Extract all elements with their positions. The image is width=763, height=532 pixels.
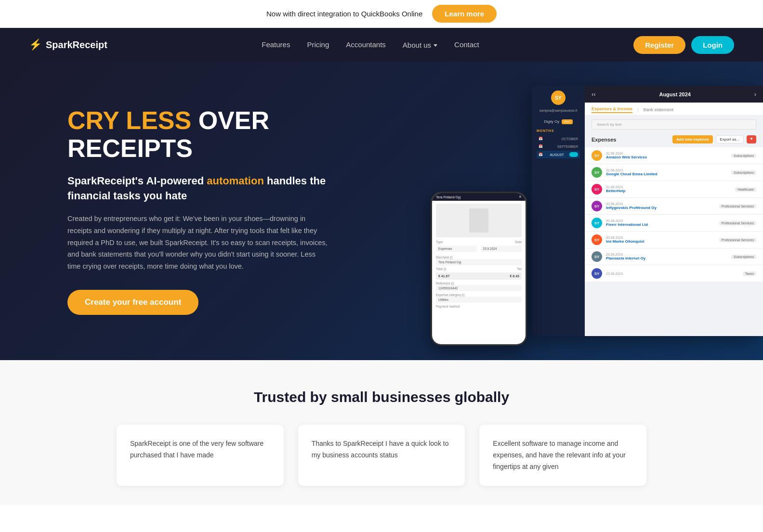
phone-date-value: 25.9.2024 <box>481 246 522 252</box>
expense-avatar-4: SY <box>592 218 602 228</box>
month-august[interactable]: 📅 AUGUST <box>537 151 580 158</box>
register-button[interactable]: Register <box>633 36 685 54</box>
dash-tabs: Expenses & Income | Bank statement <box>585 103 763 116</box>
nav-pricing[interactable]: Pricing <box>307 40 329 49</box>
expenses-header: Expenses Add new expense Export as... ▼ <box>585 133 763 145</box>
hero-subtitle: SparkReceipt's AI-powered automation han… <box>67 174 328 204</box>
phone-type-row: Type Date <box>436 240 522 244</box>
expense-avatar-0: SY <box>592 150 602 161</box>
testimonial-1: Thanks to SparkReceipt I have a quick lo… <box>298 425 465 486</box>
dash-main: ‹‹ August 2024 › Expenses & Income | Ban… <box>585 86 763 336</box>
export-button[interactable]: Export as... <box>716 135 744 143</box>
expense-avatar-1: SY <box>592 167 602 178</box>
expense-info-5: 30.08.2024 Imi Marko Oltonquist <box>606 236 715 244</box>
expenses-actions: Add new expense Export as... ▼ <box>672 135 756 143</box>
phone-merchant-value: Tera Finland Oyj <box>436 259 522 265</box>
expenses-title: Expenses <box>592 137 616 143</box>
expense-row-5: SY 30.08.2024 Imi Marko Oltonquist Profe… <box>585 232 763 248</box>
expense-row-3: SY 30.08.2024 Inflygovskis Profitround O… <box>585 198 763 215</box>
month-title: August 2024 <box>659 91 690 97</box>
user-email: sampsa@sampsavanio.fi <box>537 109 580 112</box>
phone-header: Tera Finland Oyj ✕ <box>432 193 526 201</box>
expense-info-6: 26.08.2024 Planoasta Internet Oy <box>606 253 727 260</box>
hero-mockup: Tera Finland Oyj ✕ Type Date Expenses 25… <box>426 71 763 350</box>
hero-subtitle-plain: SparkReceipt's AI-powered <box>67 175 207 187</box>
expense-info-4: 30.08.2024 Fiverr International Ltd <box>606 219 715 227</box>
expense-info-7: 23.08.2024 <box>606 272 739 275</box>
expense-avatar-2: SY <box>592 184 602 195</box>
hero-title-highlight: CRY LESS <box>67 106 191 134</box>
search-input[interactable]: Search by text <box>592 119 756 130</box>
testimonials: SparkReceipt is one of the very few soft… <box>117 425 646 486</box>
nav-about[interactable]: About us <box>403 41 437 49</box>
expense-row-4: SY 30.08.2024 Fiverr International Ltd P… <box>585 215 763 232</box>
receipt-image <box>436 204 522 237</box>
month-september-label: SEPTEMBER <box>557 145 578 148</box>
phone-category: Utilities <box>436 297 522 303</box>
chevron-down-icon <box>434 44 437 47</box>
expense-row-6: SY 26.08.2024 Planoasta Internet Oy Subs… <box>585 248 763 265</box>
phone-mockup: Tera Finland Oyj ✕ Type Date Expenses 25… <box>431 192 527 346</box>
top-banner: Now with direct integration to QuickBook… <box>0 0 763 28</box>
hero-content: CRY LESS OVER RECEIPTS SparkReceipt's AI… <box>67 107 328 314</box>
phone-type-value: Expenses <box>436 246 477 252</box>
nav-features[interactable]: Features <box>262 40 290 49</box>
testimonial-text-1: Thanks to SparkReceipt I have a quick lo… <box>312 438 452 461</box>
expense-row-1: SY 31.08.2024 Google Cloud Emea Limited … <box>585 164 763 181</box>
month-october-label: OCTOBER <box>562 137 579 141</box>
hero-section: CRY LESS OVER RECEIPTS SparkReceipt's AI… <box>0 62 763 360</box>
phone-reference: 12456324A42 <box>436 285 522 291</box>
nav-arrows-next[interactable]: › <box>754 91 756 98</box>
calendar-icon: 📅 <box>539 137 543 141</box>
month-september[interactable]: 📅 SEPTEMBER <box>537 143 580 150</box>
logo[interactable]: ⚡ SparkReceipt <box>29 39 107 51</box>
dash-header: ‹‹ August 2024 › <box>585 86 763 103</box>
expense-avatar-3: SY <box>592 201 602 211</box>
company-name: Digily Oy <box>544 119 559 124</box>
expense-info-3: 30.08.2024 Inflygovskis Profitround Oy <box>606 202 715 210</box>
august-toggle <box>569 152 578 157</box>
testimonial-0: SparkReceipt is one of the very few soft… <box>117 425 284 486</box>
logo-text: SparkReceipt <box>46 39 107 51</box>
phone-close-icon: ✕ <box>519 195 522 199</box>
nav-contact[interactable]: Contact <box>454 40 479 49</box>
nav-arrows[interactable]: ‹‹ <box>592 91 596 98</box>
expense-avatar-5: SY <box>592 234 602 245</box>
logo-icon: ⚡ <box>29 39 42 51</box>
add-expense-button[interactable]: Add new expense <box>672 135 713 143</box>
month-august-label: AUGUST <box>550 153 564 156</box>
cta-button[interactable]: Create your free account <box>67 290 198 315</box>
month-october[interactable]: 📅 OCTOBER <box>537 135 580 142</box>
expense-avatar-6: SY <box>592 251 602 262</box>
hero-description: Created by entrepreneurs who get it: We'… <box>67 213 328 272</box>
expense-row-0: SY 31.08.2024 Amazon Web Services Subscr… <box>585 147 763 164</box>
login-button[interactable]: Login <box>691 36 734 54</box>
banner-text: Now with direct integration to QuickBook… <box>266 10 422 18</box>
expense-row-2: SY 31.08.2024 BetterHelp Healthcare <box>585 181 763 198</box>
filter-btn[interactable]: ▼ <box>747 135 756 143</box>
phone-total-row: € 41.67 € 8.43 <box>436 272 522 280</box>
learn-more-button[interactable]: Learn more <box>432 5 497 23</box>
expense-info-1: 31.08.2024 Google Cloud Emea Limited <box>606 169 727 176</box>
testimonial-text-2: Excellent software to manage income and … <box>493 438 633 472</box>
months-label: MONTHS <box>537 129 580 132</box>
phone-merchant-header: Tera Finland Oyj <box>436 195 460 199</box>
hero-subtitle-highlight: automation <box>207 175 264 187</box>
expense-info-0: 31.08.2024 Amazon Web Services <box>606 152 727 159</box>
calendar-icon: 📅 <box>539 144 543 148</box>
testimonial-text-0: SparkReceipt is one of the very few soft… <box>130 438 270 461</box>
nav-links: Features Pricing Accountants About us Co… <box>262 40 479 49</box>
tab-divider: | <box>637 107 638 112</box>
expense-info-2: 31.08.2024 BetterHelp <box>606 185 731 193</box>
trusted-section: Trusted by small businesses globally Spa… <box>0 360 763 505</box>
testimonial-2: Excellent software to manage income and … <box>479 425 646 486</box>
nav-accountants[interactable]: Accountants <box>346 40 386 49</box>
dashboard-mockup: SY sampsa@sampsavanio.fi Digily Oy PRO M… <box>532 86 763 336</box>
dash-sidebar: SY sampsa@sampsavanio.fi Digily Oy PRO M… <box>532 86 585 336</box>
tab-bank-statement[interactable]: Bank statement <box>643 107 673 112</box>
tab-expenses-income[interactable]: Expenses & Income <box>592 106 632 113</box>
hero-title: CRY LESS OVER RECEIPTS <box>67 107 328 162</box>
expense-row-7: SY 23.08.2024 Taxes <box>585 265 763 282</box>
trusted-title: Trusted by small businesses globally <box>29 389 734 405</box>
pro-badge: PRO <box>562 119 573 124</box>
